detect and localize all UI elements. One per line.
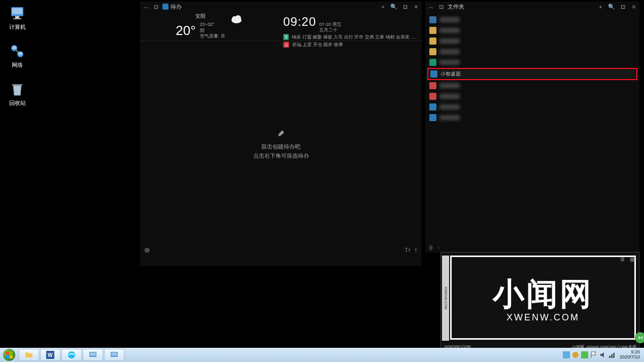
ji-badge: 忌 [283, 42, 289, 48]
folder-item[interactable] [427, 113, 637, 123]
copy-icon[interactable]: ⊡ [619, 3, 626, 10]
weather-details: 23~32° 阴 空气质量: 良 [200, 22, 225, 40]
yi-badge: 宜 [283, 34, 289, 40]
datetime-section[interactable]: 09:20 07-10 周五 五月二十 宜 纳采 订盟 嫁娶 移徙 入宅 出行 … [278, 12, 422, 41]
tray-icon[interactable] [581, 351, 588, 358]
grid-icon[interactable]: ▦ [629, 256, 636, 263]
menu-icon[interactable]: ≡ [630, 3, 637, 10]
todo-body[interactable]: 双击创建待办吧 点击右下角可筛选待办 [140, 46, 422, 244]
desktop-icon-label: 回收站 [9, 99, 26, 107]
weather-air: 空气质量: 良 [200, 33, 225, 40]
watermark-url: XWENW.COM [506, 312, 580, 323]
svg-rect-20 [563, 351, 570, 358]
copy-icon[interactable]: ⊡ [401, 3, 409, 10]
svg-rect-24 [611, 354, 613, 358]
pin-icon[interactable]: ⊡ [437, 3, 445, 10]
weather-section[interactable]: 安阳 20° 23~32° 阴 空气质量: 良 [140, 12, 278, 41]
pin-icon[interactable]: ⊡ [152, 3, 159, 10]
folder-item-icon [429, 82, 436, 89]
svg-rect-19 [111, 352, 117, 356]
add-todo-button[interactable]: ⊕ [144, 246, 150, 254]
watermark-overlay: XWENW.COM 小闻网 XWENW.COM XWENW.COM 小闻网（WW… [440, 252, 639, 351]
svg-rect-3 [13, 18, 21, 19]
network-tray-icon[interactable] [608, 351, 616, 358]
folder-item-icon [429, 16, 436, 23]
menu-icon[interactable]: ≡ [413, 3, 420, 10]
almanac-ji: 忌 祈福 上梁 开仓 掘井 牧养 [283, 42, 417, 48]
folder-item[interactable] [427, 91, 637, 101]
folder-item-label [439, 28, 460, 33]
taskbar: W 9:20 2020/7/10 [0, 348, 644, 362]
volume-icon[interactable] [599, 351, 606, 358]
folder-item-label [439, 104, 460, 110]
desktop-icon-network[interactable]: 网络 [2, 41, 32, 71]
system-tray: 9:20 2020/7/10 [563, 350, 644, 360]
folder-item[interactable] [427, 102, 637, 112]
windows-logo-icon [3, 349, 15, 361]
task-app1[interactable] [83, 349, 103, 361]
pencil-icon [277, 129, 285, 137]
folder-item[interactable] [427, 47, 637, 57]
folder-icon [25, 351, 33, 359]
folder-item-label [439, 60, 460, 65]
monitor-icon [110, 351, 118, 359]
tray-icon[interactable] [572, 351, 579, 358]
folder-item[interactable] [427, 15, 637, 25]
chevron-up-icon[interactable]: ︿ [427, 3, 434, 10]
task-explorer[interactable] [19, 349, 39, 361]
todo-panel-title: 待办 [162, 3, 182, 11]
tray-clock[interactable]: 9:20 2020/7/10 [618, 350, 642, 360]
folder-item[interactable] [427, 81, 637, 91]
folder-panel-header: ︿ ⊡ 文件夹 ＋ 🔍 ⊡ ≡ [425, 2, 639, 12]
folder-item-icon [429, 93, 436, 100]
folder-item-label: 小智桌面 [440, 70, 461, 78]
desktop-icon-recycle[interactable]: 回收站 [2, 79, 32, 109]
app-icon [162, 4, 168, 10]
svg-text:W: W [48, 352, 53, 358]
add-icon[interactable]: ＋ [379, 3, 386, 10]
filter-icon[interactable]: ⫯ [415, 247, 418, 253]
svg-rect-7 [18, 52, 22, 55]
watermark-box: 小闻网 XWENW.COM [450, 256, 636, 340]
task-app2[interactable] [104, 349, 124, 361]
todo-panel: ︿ ⊡ 待办 ＋ 🔍 ⊡ ≡ 安阳 20° 23 [140, 2, 422, 266]
folder-item-highlighted[interactable]: 小智桌面 [427, 68, 637, 80]
trash-icon[interactable]: 🗑 [428, 244, 434, 250]
text-size-icon[interactable]: Tт [404, 247, 411, 253]
add-icon[interactable]: ＋ [597, 3, 604, 10]
cloud-icon [230, 15, 243, 24]
floating-badge[interactable]: 44 [635, 332, 644, 343]
start-button[interactable] [0, 348, 18, 362]
tray-icon[interactable] [563, 351, 570, 358]
search-icon[interactable]: 🔍 [608, 3, 615, 10]
almanac-yi-text: 纳采 订盟 嫁娶 移徙 入宅 出行 开市 交易 立券 纳财 会亲友 安香... [292, 34, 417, 41]
desktop-icon-label: 计算机 [9, 23, 26, 31]
svg-rect-23 [609, 356, 611, 358]
folder-item-icon [429, 114, 436, 121]
clock-time: 09:20 [283, 15, 316, 29]
task-word[interactable]: W [40, 349, 60, 361]
todo-empty-text: 双击创建待办吧 点击右下角可筛选待办 [253, 142, 309, 160]
list-icon[interactable]: ≣ [619, 256, 626, 263]
folder-item[interactable] [427, 57, 637, 67]
search-icon[interactable]: 🔍 [390, 3, 397, 10]
chevron-up-icon[interactable]: ︿ [142, 3, 149, 10]
folder-item[interactable] [427, 36, 637, 46]
weather-range: 23~32° [200, 22, 225, 28]
computer-icon [9, 5, 25, 21]
watermark-title: 小闻网 [493, 273, 593, 315]
folder-item[interactable] [427, 25, 637, 35]
network-icon [9, 43, 25, 59]
flag-icon[interactable] [590, 351, 597, 358]
desktop-icon-computer[interactable]: 计算机 [2, 3, 32, 33]
chevron-left-icon[interactable]: ‹ [438, 244, 440, 250]
monitor-icon [89, 351, 97, 359]
recycle-bin-icon [9, 81, 25, 97]
folder-panel: ︿ ⊡ 文件夹 ＋ 🔍 ⊡ ≡ 小智桌面 🗑 ‹ [425, 2, 639, 252]
ie-icon [67, 351, 76, 359]
svg-point-21 [572, 352, 579, 358]
weather-condition: 阴 [200, 28, 225, 34]
task-ie[interactable] [61, 349, 82, 361]
folder-item-label [439, 83, 460, 88]
folder-footer: 🗑 ‹ [425, 242, 639, 252]
